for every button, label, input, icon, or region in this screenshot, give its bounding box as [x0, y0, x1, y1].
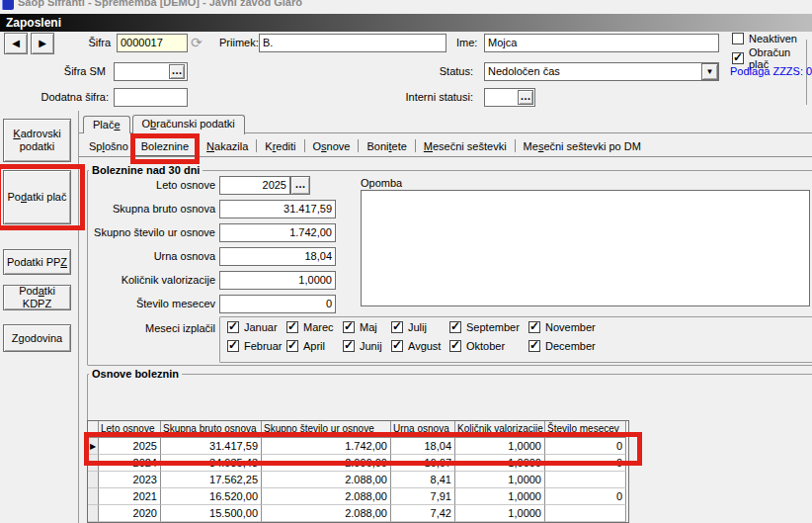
checkbox-box[interactable] — [391, 340, 403, 352]
column-header-stevilo-mesecev[interactable]: Število mesecev — [545, 421, 626, 438]
skupna-bruto-osnova-input[interactable]: 31.417,59 — [219, 200, 336, 218]
lookup-icon: ⟳ — [191, 35, 203, 50]
subtab-bonitete[interactable]: Bonitete — [361, 137, 412, 155]
cell-ure: 2.096,00 — [262, 455, 391, 472]
month-checkbox-februar[interactable]: Februar — [227, 340, 283, 352]
table-row[interactable]: 2023 17.562,25 2.088,00 8,41 1,0000 — [88, 472, 628, 488]
opomba-textarea[interactable] — [361, 190, 810, 306]
leto-osnove-input[interactable]: 2025 — [219, 176, 290, 195]
opomba-label: Opomba — [361, 177, 402, 189]
leto-osnove-lookup-button[interactable]: … — [290, 176, 310, 195]
window-titlebar: Saop Šifranti - Sprememba [DEMO] - Javni… — [0, 0, 812, 13]
month-checkbox-januar[interactable]: Januar — [227, 321, 278, 333]
table-row[interactable]: 2021 16.520,00 2.088,00 7,91 1,0000 0 — [88, 488, 628, 505]
month-checkbox-marec[interactable]: Marec — [286, 321, 334, 333]
top-tabbar: Plače Obračunski podatki — [83, 113, 247, 133]
month-checkbox-maj[interactable]: Maj — [343, 321, 377, 333]
status-dropdown-button[interactable]: ▼ — [701, 63, 718, 80]
sidebar-item-kadrovski-podatki[interactable]: Kadrovski podatki — [3, 119, 71, 162]
cell-meseci — [545, 505, 626, 522]
checkbox-box[interactable] — [449, 321, 461, 333]
ellipsis-icon: … — [172, 64, 183, 76]
window-title: Saop Šifranti - Sprememba [DEMO] - Javni… — [18, 0, 302, 8]
tab-obracunski-podatki[interactable]: Obračunski podatki — [132, 115, 245, 134]
table-row[interactable]: 2020 15.500,00 2.088,00 7,42 1,0000 — [88, 505, 628, 522]
subtab-boleznine[interactable]: Boleznine — [134, 136, 196, 156]
priimek-input[interactable]: B. — [259, 34, 447, 52]
podlaga-zzzs-link[interactable]: Podlaga ZZZS: 001 — [730, 65, 812, 77]
status-select[interactable]: Nedoločen čas — [484, 62, 719, 81]
subtab-mesecni-sestevki-po-dm[interactable]: Mesečni seštevki po DM — [518, 137, 647, 155]
checkbox-box[interactable] — [528, 340, 540, 352]
sifra-input[interactable]: 0000017 — [117, 34, 188, 52]
tab-label: Nakazila — [206, 140, 248, 152]
table-row[interactable]: 2024 34.935,43 2.096,00 16,67 1,0000 0 — [88, 455, 628, 472]
tab-label: Obračunski podatki — [142, 118, 235, 130]
checkbox-box[interactable] — [391, 321, 403, 333]
checkbox-box[interactable] — [227, 321, 239, 333]
dodatna-sifra-input[interactable] — [114, 88, 188, 107]
subtab-krediti[interactable]: Krediti — [259, 137, 301, 155]
checkbox-box[interactable] — [227, 340, 239, 352]
cell-bruto: 17.562,25 — [161, 472, 262, 488]
tab-label: Osnove — [313, 140, 351, 152]
kolicnik-valorizacije-input[interactable]: 1,0000 — [219, 271, 336, 290]
subtab-mesecni-sestevki[interactable]: Mesečni seštevki — [418, 137, 513, 155]
tab-label: Plače — [93, 119, 121, 131]
cell-ure: 2.088,00 — [262, 488, 391, 505]
month-checkbox-september[interactable]: September — [449, 321, 520, 333]
month-checkbox-avgust[interactable]: Avgust — [391, 340, 441, 352]
sidebar-item-label: Zgodovina — [12, 332, 62, 345]
chevron-down-icon: ▼ — [706, 67, 714, 76]
prev-record-button[interactable]: ◀ — [4, 33, 28, 54]
checkbox-box[interactable] — [449, 340, 461, 352]
next-record-button[interactable]: ▶ — [31, 33, 54, 54]
ime-input[interactable]: Mojca — [484, 34, 719, 52]
cell-ure: 1.742,00 — [262, 438, 391, 455]
table-row[interactable]: ▶ 2025 31.417,59 1.742,00 18,04 1,0000 0 — [88, 438, 628, 455]
column-header-urna-osnova[interactable]: Urna osnova — [391, 421, 455, 438]
neaktiven-checkbox[interactable]: Neaktiven — [732, 33, 797, 44]
cell-kolicnik: 1,0000 — [455, 438, 545, 455]
app-icon — [2, 0, 14, 10]
month-label: December — [545, 340, 596, 352]
month-label: April — [303, 340, 325, 352]
checkbox-box[interactable] — [528, 321, 540, 333]
month-label: Januar — [244, 321, 278, 333]
column-header-leto-osnove[interactable]: Leto osnove — [99, 421, 161, 438]
month-checkbox-junij[interactable]: Junij — [343, 340, 382, 352]
skupno-stevilo-ur-input[interactable]: 1.742,00 — [219, 223, 336, 242]
month-label: Oktober — [466, 340, 505, 352]
month-checkbox-april[interactable]: April — [286, 340, 325, 352]
kolicnik-valorizacije-label: Količnik valorizacije — [59, 274, 215, 286]
tab-label: Bonitete — [366, 140, 406, 152]
column-header-skupno-stevilo-ur[interactable]: Skupno število ur osnove — [262, 421, 391, 438]
cell-urna: 16,67 — [391, 455, 455, 472]
tab-separator — [415, 139, 416, 152]
checkbox-box[interactable] — [286, 340, 298, 352]
month-checkbox-julij[interactable]: Julij — [391, 321, 427, 333]
subtab-splosno[interactable]: Splošno — [83, 137, 134, 155]
checkbox-box[interactable] — [286, 321, 298, 333]
meseci-izplacil-label: Meseci izplačil — [59, 322, 215, 334]
grid-header-row: Leto osnove Skupna bruto osnova Skupno š… — [88, 421, 628, 438]
tab-place[interactable]: Plače — [83, 116, 130, 133]
column-header-kolicnik-valorizacije[interactable]: Količnik valorizacije — [455, 421, 545, 438]
interni-statusi-lookup-button[interactable]: … — [518, 90, 533, 105]
stevilo-mesecev-input[interactable]: 0 — [219, 295, 336, 313]
month-checkbox-november[interactable]: November — [528, 321, 596, 333]
ime-label: Ime: — [456, 37, 477, 48]
sifra-sm-lookup-button[interactable]: … — [169, 64, 185, 79]
month-checkbox-oktober[interactable]: Oktober — [449, 340, 505, 352]
subtab-osnove[interactable]: Osnove — [307, 137, 357, 155]
checkbox-box[interactable] — [732, 52, 744, 64]
subtab-nakazila[interactable]: Nakazila — [201, 137, 254, 155]
checkbox-box[interactable] — [343, 340, 355, 352]
boleznine-group-title: Boleznine nad 30 dni — [89, 164, 203, 176]
month-checkbox-december[interactable]: December — [528, 340, 596, 352]
checkbox-box[interactable] — [343, 321, 355, 333]
urna-osnova-input[interactable]: 18,04 — [219, 247, 336, 266]
cell-meseci: 0 — [545, 455, 626, 472]
checkbox-box[interactable] — [732, 33, 744, 44]
column-header-skupna-bruto-osnova[interactable]: Skupna bruto osnova — [161, 421, 262, 438]
